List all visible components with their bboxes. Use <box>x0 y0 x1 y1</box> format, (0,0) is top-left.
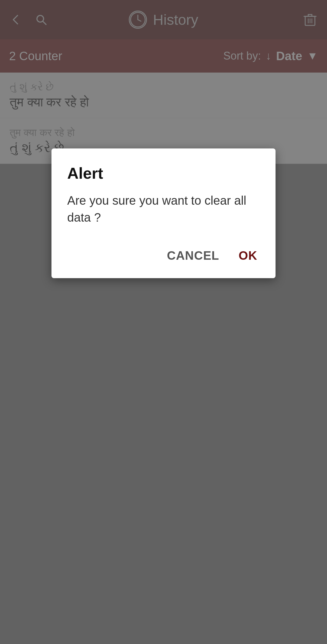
cancel-button[interactable]: CANCEL <box>164 244 222 267</box>
alert-dialog: Alert Are you sure you want to clear all… <box>51 148 276 278</box>
alert-buttons: CANCEL OK <box>67 244 260 267</box>
alert-message: Are you sure you want to clear all data … <box>67 192 260 226</box>
dialog-overlay: Alert Are you sure you want to clear all… <box>0 0 327 644</box>
alert-title: Alert <box>67 164 260 182</box>
ok-button[interactable]: OK <box>236 244 260 267</box>
